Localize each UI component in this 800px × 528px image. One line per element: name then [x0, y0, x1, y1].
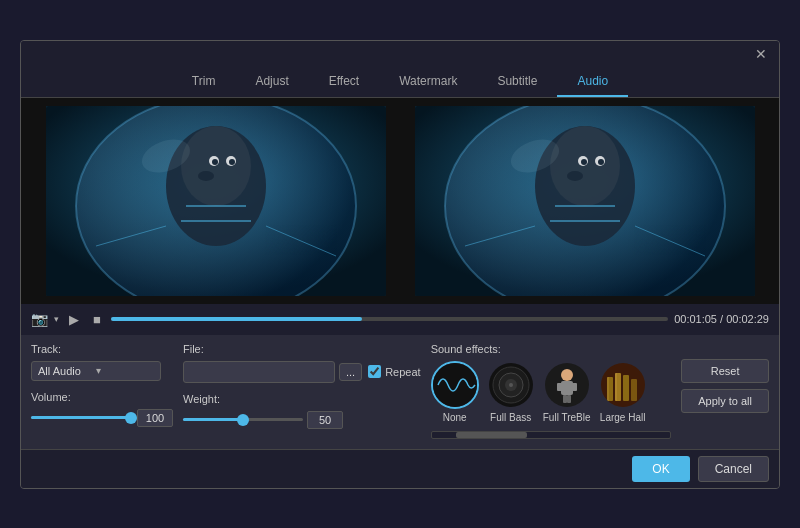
weight-slider-row: 50: [183, 411, 421, 429]
tab-effect[interactable]: Effect: [309, 67, 379, 97]
weight-slider[interactable]: [183, 412, 303, 428]
svg-point-18: [567, 171, 583, 181]
volume-slider[interactable]: [31, 410, 131, 426]
reset-button[interactable]: Reset: [681, 359, 769, 383]
cancel-button[interactable]: Cancel: [698, 456, 769, 482]
track-dropdown-arrow: ▾: [96, 365, 154, 376]
effect-large-hall-label: Large Hall: [600, 412, 646, 423]
volume-label: Volume:: [31, 391, 173, 403]
track-volume-group: Track: All Audio ▾ Volume: 100: [31, 343, 173, 427]
action-buttons: Reset Apply to all: [681, 343, 769, 413]
controls-area: Track: All Audio ▾ Volume: 100 File:: [21, 335, 779, 449]
sound-effects-group: Sound effects: None: [431, 343, 672, 439]
effect-large-hall-circle: [599, 361, 647, 409]
svg-point-35: [561, 369, 573, 381]
svg-point-7: [212, 159, 218, 165]
weight-fill: [183, 418, 243, 421]
svg-rect-28: [433, 363, 477, 407]
svg-rect-44: [623, 375, 629, 401]
title-bar: ✕: [21, 41, 779, 67]
svg-rect-45: [631, 379, 637, 401]
tab-subtitle[interactable]: Subtitle: [477, 67, 557, 97]
close-button[interactable]: ✕: [749, 45, 773, 63]
svg-rect-38: [571, 383, 577, 391]
file-input-row: ... Repeat: [183, 361, 421, 383]
browse-button[interactable]: ...: [339, 363, 362, 381]
volume-slider-row: 100: [31, 409, 173, 427]
svg-point-4: [198, 171, 214, 181]
file-label: File:: [183, 343, 421, 355]
play-button[interactable]: ▶: [65, 310, 83, 329]
video-preview-right: [415, 106, 755, 296]
track-label: Track:: [31, 343, 173, 355]
repeat-row: Repeat: [368, 365, 420, 378]
effect-full-treble-label: Full TreBle: [543, 412, 591, 423]
bottom-bar: OK Cancel: [21, 449, 779, 488]
stop-button[interactable]: ■: [89, 310, 105, 329]
tab-trim[interactable]: Trim: [172, 67, 236, 97]
svg-point-17: [550, 126, 620, 206]
svg-point-3: [181, 126, 251, 206]
svg-point-8: [229, 159, 235, 165]
sound-effects-label: Sound effects:: [431, 343, 672, 355]
apply-to-all-button[interactable]: Apply to all: [681, 389, 769, 413]
volume-fill: [31, 416, 131, 419]
ok-button[interactable]: OK: [632, 456, 689, 482]
progress-fill: [111, 317, 362, 321]
effect-none-label: None: [443, 412, 467, 423]
tab-bar: Trim Adjust Effect Watermark Subtitle Au…: [21, 67, 779, 98]
svg-point-21: [581, 159, 587, 165]
effect-large-hall[interactable]: Large Hall: [599, 361, 647, 423]
sound-effects-scrollbar[interactable]: [431, 431, 672, 439]
repeat-label: Repeat: [385, 366, 420, 378]
weight-value: 50: [307, 411, 343, 429]
preview-area: [21, 98, 779, 304]
sound-effects-scroll-thumb: [456, 432, 528, 438]
svg-rect-39: [563, 395, 567, 403]
volume-thumb[interactable]: [125, 412, 137, 424]
effect-none-circle: [431, 361, 479, 409]
main-dialog: ✕ Trim Adjust Effect Watermark Subtitle …: [20, 40, 780, 489]
effect-full-bass[interactable]: Full Bass: [487, 361, 535, 423]
svg-point-22: [598, 159, 604, 165]
track-dropdown[interactable]: All Audio ▾: [31, 361, 161, 381]
time-display: 00:01:05 / 00:02:29: [674, 313, 769, 325]
volume-value: 100: [137, 409, 173, 427]
camera-icon: 📷: [31, 311, 48, 327]
tab-watermark[interactable]: Watermark: [379, 67, 477, 97]
weight-thumb[interactable]: [237, 414, 249, 426]
camera-dropdown-arrow[interactable]: ▾: [54, 314, 59, 324]
effect-full-treble[interactable]: Full TreBle: [543, 361, 591, 423]
tab-adjust[interactable]: Adjust: [235, 67, 308, 97]
effect-full-bass-circle: [487, 361, 535, 409]
video-preview-left: [46, 106, 386, 296]
effect-full-bass-label: Full Bass: [490, 412, 531, 423]
repeat-checkbox[interactable]: [368, 365, 381, 378]
file-input[interactable]: [183, 361, 335, 383]
svg-point-33: [509, 383, 513, 387]
svg-rect-40: [567, 395, 571, 403]
effect-full-treble-circle: [543, 361, 591, 409]
file-group: File: ... Repeat Weight: 50: [183, 343, 421, 429]
progress-bar[interactable]: [111, 317, 668, 321]
effect-none[interactable]: None: [431, 361, 479, 423]
weight-label: Weight:: [183, 393, 421, 405]
tab-audio[interactable]: Audio: [557, 67, 628, 97]
effects-row: None Full Bass: [431, 361, 672, 423]
playback-controls: 📷 ▾ ▶ ■ 00:01:05 / 00:02:29: [21, 304, 779, 335]
svg-rect-37: [557, 383, 563, 391]
